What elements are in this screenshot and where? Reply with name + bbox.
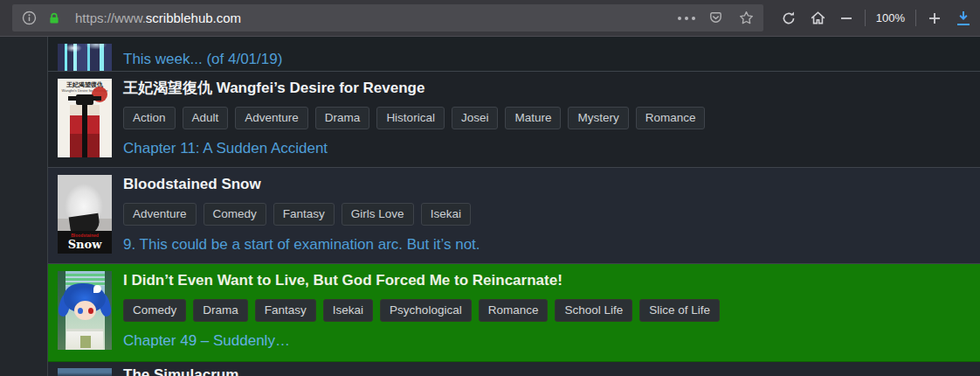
toolbar-separator (865, 10, 866, 26)
genre-tag[interactable]: Action (123, 107, 176, 129)
list-item-partial-top[interactable]: This week... (of 4/01/19) (48, 37, 980, 72)
genre-tag[interactable]: Slice of Life (639, 299, 720, 322)
genre-tag[interactable]: Comedy (204, 203, 266, 226)
cover-text-snow: Snow (58, 238, 112, 251)
toolbar-separator (915, 10, 916, 26)
genre-tag[interactable]: School Life (555, 299, 632, 322)
genre-tag[interactable]: Romance (636, 107, 706, 129)
chapter-link[interactable]: Chapter 11: A Sudden Accident (123, 138, 705, 159)
genre-tag[interactable]: Drama (193, 299, 248, 322)
series-update-list: This week... (of 4/01/19) 王妃渴望復仇 Wangfei… (47, 37, 980, 376)
genre-tag[interactable]: Fantasy (255, 299, 316, 322)
genre-tags: ActionAdultAdventureDramaHistoricalJosei… (123, 107, 705, 129)
cover-art (93, 285, 101, 293)
toolbar-buttons: 100% (775, 4, 975, 32)
list-item-bloodstained-snow[interactable]: Bloodstained Snow Bloodstained Snow Adve… (48, 168, 980, 264)
cover-art (82, 105, 87, 157)
genre-tag[interactable]: Adventure (235, 107, 308, 129)
genre-tag[interactable]: Mature (505, 107, 561, 129)
series-title[interactable]: I Didn’t Even Want to Live, But God Forc… (123, 270, 720, 291)
genre-tags: AdventureComedyFantasyGirls LoveIsekai (123, 203, 480, 226)
url-text[interactable]: https://www.scribblehub.com (75, 10, 241, 25)
downloads-icon[interactable] (952, 4, 975, 32)
browser-toolbar: https://www.scribblehub.com (0, 0, 980, 37)
chapter-link[interactable]: Chapter 49 – Suddenly… (123, 331, 720, 352)
genre-tag[interactable]: Mystery (568, 107, 628, 129)
genre-tag[interactable]: Historical (376, 107, 445, 129)
genre-tag[interactable]: Isekai (421, 203, 471, 226)
site-info-icon[interactable] (22, 10, 37, 25)
chapter-link[interactable]: 9. This could be a start of examination … (123, 234, 480, 255)
scribblehub-page: This week... (of 4/01/19) 王妃渴望復仇 Wangfei… (0, 37, 980, 376)
genre-tag[interactable]: Girls Love (342, 203, 414, 226)
genre-tag[interactable]: Comedy (123, 299, 186, 322)
https-lock-icon[interactable] (46, 10, 61, 25)
cover-thumbnail[interactable]: 王妃渴望復仇 Wangfei's Desire for Revenge (58, 79, 112, 157)
cover-thumbnail[interactable] (58, 368, 112, 376)
cover-art (88, 308, 93, 314)
pocket-icon[interactable] (707, 10, 724, 26)
genre-tag[interactable]: Adult (183, 107, 229, 129)
url-domain: scribblehub.com (146, 10, 241, 25)
list-item-reincarnate-highlighted[interactable]: I Didn’t Even Want to Live, But God Forc… (48, 264, 980, 362)
page-actions-icon[interactable] (678, 17, 695, 20)
series-title[interactable]: The Simulacrum (123, 365, 238, 376)
genre-tag[interactable]: Fantasy (273, 203, 335, 226)
reload-icon[interactable] (775, 4, 804, 32)
genre-tag[interactable]: Drama (315, 107, 370, 129)
cover-art (80, 336, 91, 348)
cover-art (78, 308, 83, 314)
cover-thumbnail[interactable] (58, 44, 112, 72)
zoom-out-icon[interactable] (832, 4, 861, 32)
bookmark-star-icon[interactable] (738, 10, 755, 26)
cover-image-weekly (58, 44, 112, 72)
zoom-level[interactable]: 100% (869, 11, 912, 24)
genre-tag[interactable]: Romance (479, 299, 549, 322)
series-title[interactable]: 王妃渴望復仇 Wangfei’s Desire for Revenge (123, 78, 705, 99)
series-title[interactable]: Bloodstained Snow (123, 174, 480, 195)
cover-thumbnail[interactable]: Bloodstained Snow (58, 175, 112, 254)
chapter-link[interactable]: This week... (of 4/01/19) (123, 49, 282, 70)
genre-tag[interactable]: Adventure (123, 203, 197, 226)
page-left-gutter (0, 37, 47, 376)
cover-art (93, 96, 101, 101)
genre-tag[interactable]: Psychological (380, 299, 472, 322)
cover-thumbnail[interactable] (58, 271, 112, 350)
list-item-wangfei[interactable]: 王妃渴望復仇 Wangfei's Desire for Revenge 王妃渴望… (48, 72, 980, 168)
url-scheme: https://www. (75, 10, 146, 25)
zoom-in-icon[interactable] (920, 4, 949, 32)
list-item-partial-bottom[interactable]: The Simulacrum (48, 362, 980, 376)
address-bar[interactable]: https://www.scribblehub.com (12, 4, 763, 31)
home-icon[interactable] (804, 4, 832, 32)
genre-tag[interactable]: Josei (452, 107, 499, 129)
genre-tag[interactable]: Isekai (323, 299, 373, 322)
genre-tags: ComedyDramaFantasyIsekaiPsychologicalRom… (123, 299, 720, 322)
cover-art (76, 94, 93, 105)
